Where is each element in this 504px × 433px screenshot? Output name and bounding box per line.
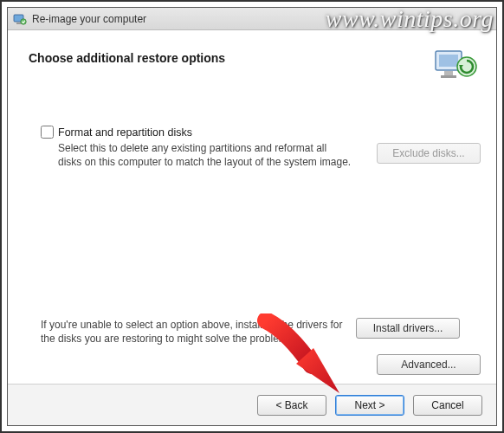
exclude-disks-button: Exclude disks... (377, 143, 481, 164)
install-drivers-description: If you're unable to select an option abo… (41, 318, 344, 346)
next-button[interactable]: Next > (335, 395, 404, 416)
wizard-footer: < Back Next > Cancel (8, 384, 496, 425)
window-title: Re-image your computer (32, 13, 146, 25)
svg-rect-1 (16, 23, 21, 24)
format-repartition-description: Select this to delete any existing parti… (58, 141, 352, 169)
svg-rect-5 (444, 71, 453, 75)
format-repartition-checkbox[interactable] (41, 126, 54, 139)
reimage-dialog: Re-image your computer Choose additional… (7, 7, 497, 426)
restore-icon (432, 42, 481, 91)
back-button[interactable]: < Back (257, 395, 326, 416)
format-option-row: Format and repartition disks Select this… (41, 126, 481, 169)
wizard-header: Choose additional restore options (8, 30, 496, 100)
format-repartition-label: Format and repartition disks (58, 126, 192, 139)
cancel-button[interactable]: Cancel (413, 395, 482, 416)
app-icon (13, 12, 27, 26)
advanced-button[interactable]: Advanced... (377, 354, 481, 375)
title-bar: Re-image your computer (8, 8, 496, 30)
wizard-content: Format and repartition disks Select this… (8, 100, 496, 384)
svg-rect-6 (441, 75, 456, 78)
page-heading: Choose additional restore options (29, 51, 225, 65)
svg-rect-4 (439, 55, 458, 67)
install-drivers-button[interactable]: Install drivers... (356, 318, 460, 339)
